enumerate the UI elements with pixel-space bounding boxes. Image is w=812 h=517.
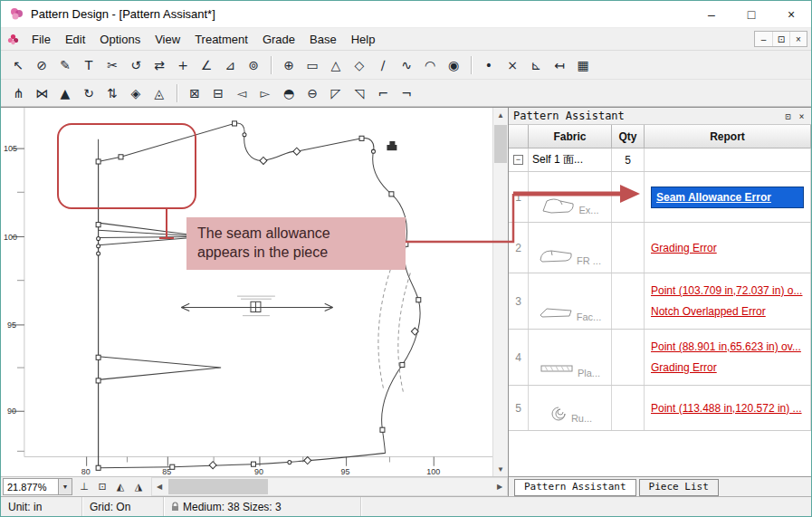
stretch-tool-icon[interactable]: ⊟: [206, 82, 230, 104]
mdi-restore-button[interactable]: ⊡: [772, 32, 789, 46]
group-label: Self 1 面...: [529, 148, 612, 171]
text-tool-icon[interactable]: T: [77, 54, 100, 76]
group-row[interactable]: − Self 1 面... 5: [509, 148, 811, 172]
report-row[interactable]: 2 FR ... Grading Error: [509, 223, 811, 273]
mdi-close-button[interactable]: ×: [789, 32, 807, 46]
vertical-scroll-thumb[interactable]: [494, 125, 507, 163]
pleat-tool-icon[interactable]: ⋔: [6, 82, 30, 104]
zoom-out-preview-icon[interactable]: ◮: [129, 477, 148, 496]
flip-piece-icon[interactable]: ◬: [148, 82, 171, 104]
dart-tool-icon[interactable]: ▲: [53, 82, 77, 104]
select-tool-icon[interactable]: ↖: [6, 54, 30, 76]
delete-point-icon[interactable]: ×: [501, 54, 524, 76]
menu-edit[interactable]: Edit: [58, 31, 92, 48]
move-tool-icon[interactable]: +: [171, 54, 195, 76]
annotation-line2: appears in the piece: [197, 244, 406, 263]
report-link[interactable]: Point (88.901 in,65.623 in) ov...: [651, 340, 804, 353]
scroll-right-icon[interactable]: ▶: [492, 478, 507, 495]
shrink-tool-icon[interactable]: ⊖: [301, 82, 324, 104]
compass-tool-icon[interactable]: ⊚: [242, 54, 265, 76]
zoom-dropdown-icon[interactable]: ▼: [59, 478, 72, 495]
corner-ne-tool-icon[interactable]: ◹: [348, 82, 371, 104]
shield-tool-icon[interactable]: ◓: [277, 82, 301, 104]
align-point-icon[interactable]: ⊾: [524, 54, 548, 76]
tab-piece-list[interactable]: Piece List: [639, 479, 719, 496]
report-link[interactable]: Point (103.709 in,72.037 in) o...: [651, 284, 804, 297]
panel-title-buttons: ⊡×: [781, 110, 808, 123]
arrow-right-tool-icon[interactable]: ▻: [253, 82, 277, 104]
corner-mark-icon[interactable]: ⌐: [371, 82, 395, 104]
mdi-minimize-button[interactable]: –: [755, 32, 772, 46]
angle-tool-icon[interactable]: ∠: [195, 54, 218, 76]
line-shape-icon[interactable]: ∕: [371, 54, 395, 76]
grid-point-icon[interactable]: ▦: [571, 54, 595, 76]
notch-tool-icon[interactable]: ⋈: [30, 82, 53, 104]
minimize-button[interactable]: –: [692, 1, 731, 27]
report-link[interactable]: Seam Allowance Error: [651, 187, 804, 208]
tab-pattern-assistant[interactable]: Pattern Assistant: [514, 479, 636, 496]
scroll-up-icon[interactable]: ▲: [493, 108, 508, 122]
snap-toggle-icon[interactable]: ⊥: [75, 477, 93, 496]
report-row[interactable]: 5 Ru... Point (113.488 in,120.572 in) ..…: [509, 386, 811, 431]
header-qty: Qty: [612, 125, 645, 148]
scroll-left-icon[interactable]: ◀: [152, 478, 167, 495]
menu-file[interactable]: File: [24, 31, 58, 48]
report-link[interactable]: Grading Error: [651, 242, 804, 254]
panel-close-button[interactable]: ×: [795, 110, 808, 123]
menu-grade[interactable]: Grade: [255, 31, 302, 48]
title-bar: Pattern Design - [Pattern Assisant*] –□×: [1, 1, 811, 28]
maximize-button[interactable]: □: [731, 1, 771, 27]
fit-view-icon[interactable]: ⊡: [93, 477, 111, 496]
diamond-shape-icon[interactable]: ◇: [348, 54, 371, 76]
add-point-icon[interactable]: •: [477, 54, 501, 76]
horizontal-scroll-thumb[interactable]: [168, 479, 268, 494]
status-sizes: Medium: 38 Sizes: 3: [183, 501, 282, 513]
seam-box-icon[interactable]: ⊠: [183, 82, 206, 104]
report-row[interactable]: 4 Pla... Point (88.901 in,65.623 in) ov.…: [509, 330, 811, 386]
arc-shape-icon[interactable]: ◠: [418, 54, 442, 76]
menu-view[interactable]: View: [148, 31, 187, 48]
report-link[interactable]: Grading Error: [651, 361, 804, 374]
symmetry-tool-icon[interactable]: ◈: [124, 82, 148, 104]
measure-tool-icon[interactable]: ⊿: [218, 54, 242, 76]
horizontal-scrollbar[interactable]: ◀ ▶: [151, 477, 508, 496]
corner-mark2-icon[interactable]: ¬: [395, 82, 418, 104]
zoom-in-preview-icon[interactable]: ◭: [111, 477, 129, 496]
report-row[interactable]: 1 Ex... Seam Allowance Error: [509, 172, 811, 223]
menu-bar: FileEditOptionsViewTreatmentGradeBaseHel…: [1, 28, 811, 51]
polygon-shape-icon[interactable]: △: [324, 54, 348, 76]
view-tool-icons: ⊥⊡◭◮: [75, 477, 148, 496]
spiral-shape-icon[interactable]: ◉: [442, 54, 465, 76]
close-button[interactable]: ×: [771, 1, 811, 27]
arrow-left-tool-icon[interactable]: ◅: [230, 82, 253, 104]
corner-nw-tool-icon[interactable]: ◸: [324, 82, 348, 104]
rotate-tool-icon[interactable]: ↺: [124, 54, 148, 76]
pattern-point-diamonds: [209, 148, 418, 469]
menu-help[interactable]: Help: [344, 31, 383, 48]
menu-options[interactable]: Options: [92, 31, 148, 48]
rect-shape-icon[interactable]: ▭: [301, 54, 324, 76]
curve-shape-icon[interactable]: ∿: [395, 54, 418, 76]
flip-tool-icon[interactable]: ⇄: [148, 54, 171, 76]
vertical-scrollbar[interactable]: ▲ ▼: [492, 108, 508, 476]
pencil-tool-icon[interactable]: ✎: [53, 54, 77, 76]
menu-base[interactable]: Base: [302, 31, 344, 48]
report-link[interactable]: Point (113.488 in,120.572 in) ...: [651, 402, 804, 415]
menu-treatment[interactable]: Treatment: [187, 31, 255, 48]
panel-float-button[interactable]: ⊡: [781, 110, 795, 123]
cut-tool-icon[interactable]: ✂: [100, 54, 124, 76]
drawing-canvas[interactable]: 105 100 95 90: [1, 108, 492, 476]
swap-piece-icon[interactable]: ⇅: [100, 82, 124, 104]
report-row[interactable]: 3 Fac... Point (103.709 in,72.037 in) o.…: [509, 273, 811, 330]
zoom-level-field[interactable]: 21.877%: [3, 478, 59, 495]
rotate-piece-icon[interactable]: ↻: [77, 82, 100, 104]
zoom-tool-icon[interactable]: ⊘: [30, 54, 53, 76]
move-point-icon[interactable]: ↤: [548, 54, 571, 76]
report-link[interactable]: Notch Overlapped Error: [651, 305, 804, 318]
piece-thumbnail: [548, 404, 569, 424]
scroll-down-icon[interactable]: ▼: [493, 462, 508, 476]
toolbar-separator: [177, 84, 177, 102]
collapse-toggle[interactable]: −: [513, 155, 523, 165]
piece-thumbnail: [539, 246, 575, 266]
circle-shape-icon[interactable]: ⊕: [277, 54, 301, 76]
